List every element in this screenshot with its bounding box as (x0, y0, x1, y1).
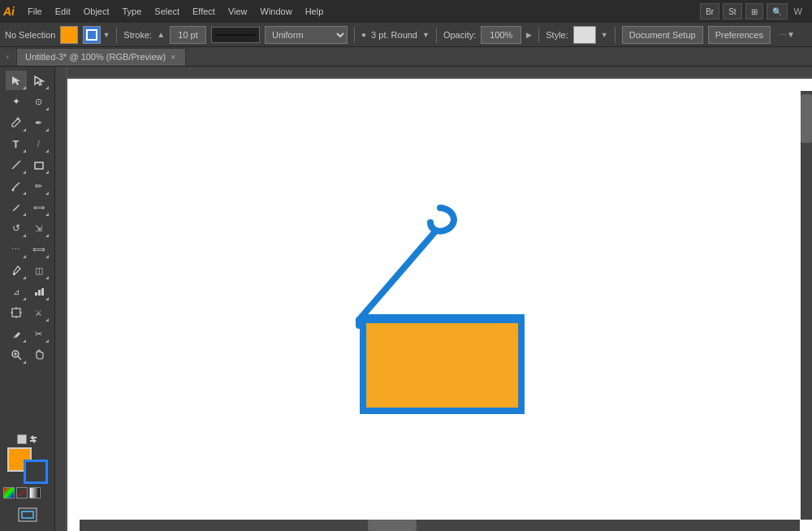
zoom-tool[interactable] (6, 345, 27, 365)
vertical-scrollbar[interactable] (801, 91, 812, 520)
artwork (310, 192, 570, 419)
preferences-button[interactable]: Preferences (708, 26, 771, 44)
svg-rect-5 (35, 292, 37, 296)
stroke-up-arrow[interactable]: ▲ (157, 30, 165, 39)
stroke-icon (83, 26, 101, 44)
tool-row-6: ✏ (3, 176, 51, 196)
more-options-button[interactable]: ⋯▼ (779, 30, 795, 39)
scissors-tool[interactable]: ✂ (28, 324, 50, 343)
blob-brush-tool[interactable]: ✏ (28, 176, 50, 196)
svg-rect-7 (41, 288, 44, 296)
eraser-tool[interactable] (6, 324, 27, 343)
stroke-profile-preview (211, 27, 260, 43)
workspace-button[interactable]: ⊞ (745, 3, 763, 19)
shaper-tool[interactable]: ⟺ (28, 197, 50, 217)
pen-tool[interactable] (6, 113, 27, 132)
tool-row-11: ⊿ (3, 282, 51, 301)
svg-point-3 (11, 189, 14, 192)
blend-tool[interactable]: ⊿ (6, 282, 27, 301)
stock-button[interactable]: St (723, 3, 741, 19)
ruler-h-marks (67, 67, 812, 79)
gradient-mode-button[interactable] (29, 487, 41, 499)
opacity-expand[interactable]: ▶ (526, 31, 532, 39)
paintbrush-tool[interactable] (6, 176, 27, 196)
menu-object[interactable]: Object (77, 3, 116, 19)
stroke-profile-select[interactable]: Uniform Width Profile 1 (265, 26, 348, 44)
rotate-tool[interactable]: ↺ (6, 218, 27, 238)
search-button[interactable]: 🔍 (767, 3, 788, 19)
tab-close-button[interactable]: × (171, 53, 175, 62)
bar-graph-tool[interactable] (28, 282, 50, 301)
canvas-white[interactable] (67, 79, 812, 531)
layer-icon (15, 505, 40, 525)
stroke-swatch[interactable] (24, 460, 48, 484)
stroke-line-preview (215, 34, 256, 36)
curvature-tool[interactable]: ✒ (28, 113, 50, 132)
horizontal-ruler (67, 67, 812, 79)
default-colors-button[interactable] (17, 434, 27, 444)
rect-tool[interactable] (28, 155, 50, 175)
tool-row-2: ✦ ⊙ (3, 92, 51, 111)
menu-bar: Ai File Edit Object Type Select Effect V… (0, 0, 812, 23)
tool-row-7: ⟺ (3, 197, 51, 217)
cap-arrow[interactable]: ▼ (422, 31, 430, 39)
menu-file[interactable]: File (21, 3, 49, 19)
horizontal-scrollbar[interactable] (80, 520, 800, 531)
tool-row-9: ⋯ ⟺ (3, 240, 51, 259)
menu-help[interactable]: Help (299, 3, 330, 19)
width-tool[interactable]: ⟺ (28, 240, 50, 259)
hand-tool[interactable] (28, 345, 50, 365)
hanger-hook (430, 208, 454, 231)
menu-edit[interactable]: Edit (49, 3, 77, 19)
lasso-tool[interactable]: ⊙ (28, 92, 50, 111)
document-setup-button[interactable]: Document Setup (622, 26, 703, 44)
menu-window[interactable]: Window (254, 3, 299, 19)
artboard-tool[interactable] (6, 303, 27, 322)
selection-tool[interactable] (6, 71, 27, 90)
svg-line-14 (18, 356, 21, 360)
stroke-label: Stroke: (123, 30, 152, 40)
type-tool[interactable]: T (6, 134, 27, 153)
measure-tool[interactable]: ◫ (28, 261, 50, 280)
tool-row-1 (3, 71, 51, 90)
menu-effect[interactable]: Effect (186, 3, 222, 19)
menu-select[interactable]: Select (148, 3, 186, 19)
opacity-input[interactable] (481, 26, 521, 44)
warp-tool[interactable]: ⋯ (6, 240, 27, 259)
stroke-input[interactable] (170, 26, 206, 44)
toolbox: ✦ ⊙ ✒ T / (0, 67, 55, 531)
tool-row-12: ⚔ (3, 303, 51, 322)
eyedropper-tool[interactable] (6, 261, 27, 280)
direct-selection-tool[interactable] (28, 71, 50, 90)
magic-wand-tool[interactable]: ✦ (6, 92, 27, 111)
menu-view[interactable]: View (222, 3, 254, 19)
fill-mode-selector[interactable]: ▼ (83, 26, 110, 44)
layer-panel (3, 505, 51, 525)
menu-type[interactable]: Type (116, 3, 149, 19)
none-mode-button[interactable] (16, 487, 28, 499)
line-tool[interactable] (6, 155, 27, 175)
selection-label: No Selection (5, 30, 55, 40)
style-swatch[interactable] (573, 26, 596, 44)
svg-rect-2 (35, 162, 43, 169)
style-arrow[interactable]: ▼ (601, 31, 608, 39)
svg-rect-4 (13, 273, 15, 275)
touch-type-tool[interactable]: / (28, 134, 50, 153)
pencil-tool[interactable] (6, 197, 27, 217)
swap-colors-button[interactable] (28, 434, 38, 444)
svg-rect-18 (22, 512, 33, 518)
reflect-tool[interactable]: ⇲ (28, 218, 50, 238)
tab-scroll-left[interactable]: ‹ (6, 53, 13, 61)
canvas-area[interactable] (55, 67, 812, 531)
fill-color-swatch[interactable] (60, 26, 78, 44)
stroke-box-inner (26, 462, 45, 481)
svg-rect-8 (12, 309, 20, 317)
fill-arrow[interactable]: ▼ (102, 31, 110, 39)
color-mode-button[interactable] (3, 487, 15, 499)
tool-row-3: ✒ (3, 113, 51, 132)
document-tab[interactable]: Untitled-3* @ 100% (RGB/Preview) × (16, 48, 186, 66)
slice-tool[interactable]: ⚔ (28, 303, 50, 322)
hanger-body (359, 231, 521, 320)
svg-line-1 (12, 161, 20, 169)
bridge-button[interactable]: Br (700, 3, 719, 19)
